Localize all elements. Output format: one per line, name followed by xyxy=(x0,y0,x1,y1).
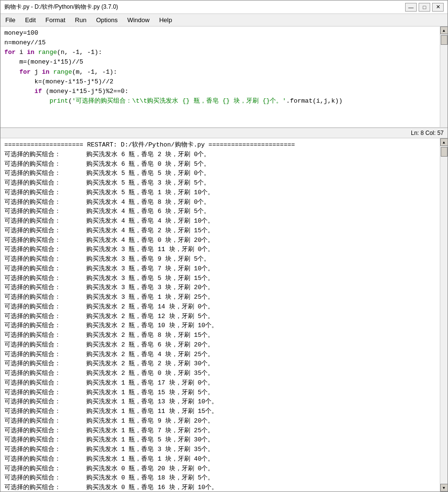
output-label: 可选择的购买组合： xyxy=(4,302,86,312)
output-scrollbar[interactable]: ▲ ▼ xyxy=(440,138,448,492)
output-value: 购买洗发水 1 瓶，香皂 1 块，牙刷 40个。 xyxy=(86,454,214,464)
output-row: 可选择的购买组合： 购买洗发水 4 瓶，香皂 4 块，牙刷 10个。 xyxy=(4,216,436,226)
output-row: 可选择的购买组合： 购买洗发水 5 瓶，香皂 3 块，牙刷 5个。 xyxy=(4,178,436,188)
output-scroll-up[interactable]: ▲ xyxy=(440,138,448,146)
output-scroll-thumb[interactable] xyxy=(441,147,448,157)
output-label: 可选择的购买组合： xyxy=(4,264,86,274)
menu-format[interactable]: Format xyxy=(43,16,67,24)
output-label: 可选择的购买组合： xyxy=(4,369,86,378)
output-row: 可选择的购买组合： 购买洗发水 1 瓶，香皂 9 块，牙刷 20个。 xyxy=(4,416,436,426)
code-editor[interactable]: money=100 n=money//15 for i in range(n, … xyxy=(0,27,448,128)
output-value: 购买洗发水 2 瓶，香皂 8 块，牙刷 15个。 xyxy=(86,331,214,340)
output-row: 可选择的购买组合： 购买洗发水 5 瓶，香皂 1 块，牙刷 10个。 xyxy=(4,188,436,198)
output-label: 可选择的购买组合： xyxy=(4,254,86,264)
code-line-4: m=(money-i*15)//5 xyxy=(4,57,436,67)
output-value: 购买洗发水 6 瓶，香皂 2 块，牙刷 0个。 xyxy=(86,150,210,160)
output-label: 可选择的购买组合： xyxy=(4,426,86,436)
output-label: 可选择的购买组合： xyxy=(4,445,86,454)
output-content: ===================== RESTART: D:/软件/Pyt… xyxy=(0,138,440,492)
menu-run[interactable]: Run xyxy=(73,16,89,24)
output-scroll-down[interactable]: ▼ xyxy=(440,484,448,492)
output-value: 购买洗发水 1 瓶，香皂 11 块，牙刷 15个。 xyxy=(86,407,218,416)
output-value: 购买洗发水 2 瓶，香皂 14 块，牙刷 0个。 xyxy=(86,302,214,312)
output-label: 可选择的购买组合： xyxy=(4,388,86,398)
output-row: 可选择的购买组合： 购买洗发水 1 瓶，香皂 15 块，牙刷 5个。 xyxy=(4,388,436,398)
output-row: 可选择的购买组合： 购买洗发水 1 瓶，香皂 1 块，牙刷 40个。 xyxy=(4,454,436,464)
output-row: 可选择的购买组合： 购买洗发水 1 瓶，香皂 7 块，牙刷 25个。 xyxy=(4,426,436,436)
output-label: 可选择的购买组合： xyxy=(4,464,86,474)
output-label: 可选择的购买组合： xyxy=(4,293,86,302)
output-label: 可选择的购买组合： xyxy=(4,359,86,369)
maximize-button[interactable]: □ xyxy=(419,3,430,12)
output-row: 可选择的购买组合： 购买洗发水 4 瓶，香皂 0 块，牙刷 20个。 xyxy=(4,236,436,245)
scroll-thumb[interactable] xyxy=(441,35,448,45)
output-label: 可选择的购买组合： xyxy=(4,435,86,445)
output-area: ===================== RESTART: D:/软件/Pyt… xyxy=(0,138,448,492)
output-row: 可选择的购买组合： 购买洗发水 3 瓶，香皂 11 块，牙刷 0个。 xyxy=(4,245,436,254)
menu-window[interactable]: Window xyxy=(125,16,151,24)
close-button[interactable]: ✕ xyxy=(432,3,444,12)
output-label: 可选择的购买组合： xyxy=(4,169,86,178)
output-row: 可选择的购买组合： 购买洗发水 0 瓶，香皂 18 块，牙刷 5个。 xyxy=(4,473,436,483)
output-row: 可选择的购买组合： 购买洗发水 2 瓶，香皂 14 块，牙刷 0个。 xyxy=(4,302,436,312)
output-value: 购买洗发水 2 瓶，香皂 12 块，牙刷 5个。 xyxy=(86,312,214,321)
output-value: 购买洗发水 1 瓶，香皂 5 块，牙刷 30个。 xyxy=(86,435,214,445)
output-row: 可选择的购买组合： 购买洗发水 1 瓶，香皂 5 块，牙刷 30个。 xyxy=(4,435,436,445)
output-label: 可选择的购买组合： xyxy=(4,274,86,283)
output-row: 可选择的购买组合： 购买洗发水 2 瓶，香皂 4 块，牙刷 25个。 xyxy=(4,350,436,359)
output-value: 购买洗发水 0 瓶，香皂 20 块，牙刷 0个。 xyxy=(86,464,214,474)
output-value: 购买洗发水 0 瓶，香皂 16 块，牙刷 10个。 xyxy=(86,483,218,492)
menu-options[interactable]: Options xyxy=(94,16,119,24)
output-label: 可选择的购买组合： xyxy=(4,473,86,483)
output-label: 可选择的购买组合： xyxy=(4,150,86,160)
output-value: 购买洗发水 4 瓶，香皂 2 块，牙刷 15个。 xyxy=(86,226,214,236)
output-label: 可选择的购买组合： xyxy=(4,245,86,254)
output-label: 可选择的购买组合： xyxy=(4,407,86,416)
output-row: 可选择的购买组合： 购买洗发水 3 瓶，香皂 3 块，牙刷 20个。 xyxy=(4,283,436,293)
code-line-5: for j in range(m, -1, -1): xyxy=(4,67,436,77)
output-value: 购买洗发水 2 瓶，香皂 0 块，牙刷 35个。 xyxy=(86,369,214,378)
output-value: 购买洗发水 1 瓶，香皂 17 块，牙刷 0个。 xyxy=(86,378,214,388)
output-label: 可选择的购买组合： xyxy=(4,226,86,236)
output-label: 可选择的购买组合： xyxy=(4,416,86,426)
output-value: 购买洗发水 5 瓶，香皂 3 块，牙刷 5个。 xyxy=(86,178,210,188)
output-value: 购买洗发水 4 瓶，香皂 8 块，牙刷 0个。 xyxy=(86,198,210,207)
output-value: 购买洗发水 1 瓶，香皂 3 块，牙刷 35个。 xyxy=(86,445,214,454)
output-label: 可选择的购买组合： xyxy=(4,283,86,293)
output-row: 可选择的购买组合： 购买洗发水 4 瓶，香皂 6 块，牙刷 5个。 xyxy=(4,207,436,216)
output-label: 可选择的购买组合： xyxy=(4,350,86,359)
menu-help[interactable]: Help xyxy=(157,16,174,24)
output-row: 可选择的购买组合： 购买洗发水 2 瓶，香皂 12 块，牙刷 5个。 xyxy=(4,312,436,321)
output-label: 可选择的购买组合： xyxy=(4,321,86,331)
title-bar: 购物卡.py - D:/软件/Python/购物卡.py (3.7.0) — □… xyxy=(0,0,448,14)
output-label: 可选择的购买组合： xyxy=(4,312,86,321)
output-row: 可选择的购买组合： 购买洗发水 1 瓶，香皂 11 块，牙刷 15个。 xyxy=(4,407,436,416)
output-row: 可选择的购买组合： 购买洗发水 3 瓶，香皂 9 块，牙刷 5个。 xyxy=(4,254,436,264)
output-value: 购买洗发水 4 瓶，香皂 0 块，牙刷 20个。 xyxy=(86,236,214,245)
minimize-button[interactable]: — xyxy=(405,3,417,12)
code-line-3: for i in range(n, -1, -1): xyxy=(4,48,436,57)
output-value: 购买洗发水 1 瓶，香皂 15 块，牙刷 5个。 xyxy=(86,388,214,398)
output-label: 可选择的购买组合： xyxy=(4,331,86,340)
code-content[interactable]: money=100 n=money//15 for i in range(n, … xyxy=(0,27,440,127)
menu-bar: File Edit Format Run Options Window Help xyxy=(0,14,448,27)
output-label: 可选择的购买组合： xyxy=(4,397,86,407)
menu-file[interactable]: File xyxy=(3,16,17,24)
scroll-up-arrow[interactable]: ▲ xyxy=(440,27,448,34)
output-row: 可选择的购买组合： 购买洗发水 4 瓶，香皂 8 块，牙刷 0个。 xyxy=(4,198,436,207)
output-row: 可选择的购买组合： 购买洗发水 2 瓶，香皂 10 块，牙刷 10个。 xyxy=(4,321,436,331)
output-row: 可选择的购买组合： 购买洗发水 2 瓶，香皂 0 块，牙刷 35个。 xyxy=(4,369,436,378)
output-value: 购买洗发水 5 瓶，香皂 5 块，牙刷 0个。 xyxy=(86,169,210,178)
restart-line: ===================== RESTART: D:/软件/Pyt… xyxy=(4,140,436,150)
code-line-6: k=(money-i*15-j*5)//2 xyxy=(4,77,436,87)
output-value: 购买洗发水 4 瓶，香皂 4 块，牙刷 10个。 xyxy=(86,216,214,226)
menu-edit[interactable]: Edit xyxy=(23,16,38,24)
output-row: 可选择的购买组合： 购买洗发水 5 瓶，香皂 5 块，牙刷 0个。 xyxy=(4,169,436,178)
code-scrollbar[interactable]: ▲ xyxy=(440,27,448,127)
output-value: 购买洗发水 6 瓶，香皂 0 块，牙刷 5个。 xyxy=(86,160,210,169)
output-value: 购买洗发水 0 瓶，香皂 18 块，牙刷 5个。 xyxy=(86,473,214,483)
output-value: 购买洗发水 1 瓶，香皂 13 块，牙刷 10个。 xyxy=(86,397,218,407)
status-bar: Ln: 8 Col: 57 xyxy=(0,128,448,138)
output-label: 可选择的购买组合： xyxy=(4,160,86,169)
code-line-2: n=money//15 xyxy=(4,38,436,48)
